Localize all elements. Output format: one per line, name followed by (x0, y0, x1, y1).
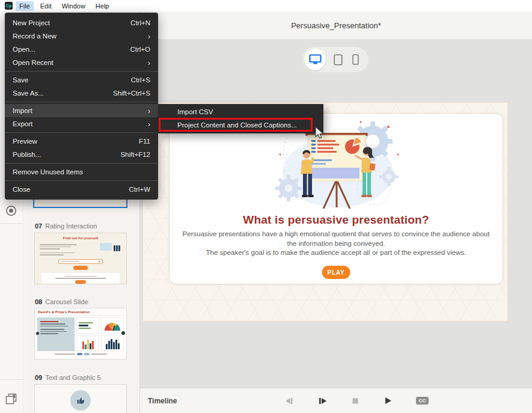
closed-captions-icon[interactable]: CC (416, 397, 429, 405)
slide-thumbnail-08[interactable]: David's & Priya's Presentation (34, 308, 127, 359)
slide-08-name: Carousel Slide (45, 298, 88, 305)
menu-separator (5, 180, 157, 181)
app-logo-icon: Cp (5, 2, 13, 10)
thumb-08-mini-title: David's & Priya's Presentation (35, 308, 126, 316)
desktop-monitor-icon (309, 54, 322, 65)
submenu-item-import-csv[interactable]: Import CSV (158, 105, 323, 118)
slide-09-label: 09Text and Graphic 5 (35, 374, 101, 381)
mini-chart-gauge (101, 317, 124, 334)
device-phone-button[interactable] (352, 54, 359, 65)
app-window: Cp File Edit Window Help 07Rating Intera… (0, 0, 532, 413)
slide-08-label: 08Carousel Slide (35, 298, 88, 305)
menu-separator (5, 71, 157, 72)
stop-icon[interactable] (351, 397, 359, 405)
menu-help[interactable]: Help (92, 1, 113, 11)
submenu-arrow-icon: › (148, 107, 150, 115)
thumb-07-mini-feedback-box (41, 272, 120, 285)
annotation-highlight-rectangle (159, 118, 313, 132)
slide-thumbnail-09[interactable]: Interesting Choice (34, 384, 127, 413)
menu-item-save-as[interactable]: Save As... Shift+Ctrl+S (5, 87, 158, 100)
rail-divider (0, 223, 23, 224)
document-titlebar: Persuasive_Presentation* (140, 11, 532, 39)
menu-separator (5, 102, 157, 102)
menu-item-save[interactable]: Save Ctrl+S (5, 73, 158, 87)
slide-09-number: 09 (35, 374, 42, 381)
thumb-08-carousel-arrow (121, 331, 125, 335)
project-title: Persuasive_Presentation* (291, 21, 381, 30)
menu-item-open-recent[interactable]: Open Recent › (5, 56, 158, 69)
menu-item-close[interactable]: Close Ctrl+W (5, 183, 158, 196)
mini-chart-color-bars (76, 335, 99, 352)
menu-item-open[interactable]: Open... Ctrl+O (5, 43, 158, 56)
menu-item-preview[interactable]: Preview F11 (5, 135, 158, 148)
slide-thumbnail-07[interactable]: Find out for yourself ▾ (34, 233, 127, 284)
menu-separator (5, 163, 157, 164)
submenu-arrow-icon: › (148, 32, 150, 40)
play-icon[interactable] (384, 396, 393, 405)
slide-title: What is persuasive presentation? (170, 213, 503, 227)
thumb-07-mini-dropdown: ▾ (58, 259, 103, 264)
menu-window[interactable]: Window (58, 1, 89, 11)
submenu-arrow-icon: › (148, 120, 150, 128)
slide-09-name: Text and Graphic 5 (45, 374, 100, 381)
menu-separator (5, 132, 157, 133)
thumb-08-mini-footer (35, 352, 126, 355)
menu-item-publish[interactable]: Publish... Shift+F12 (5, 148, 158, 161)
thumb-07-mini-title: Find out for yourself (40, 236, 121, 240)
thumb-07-mini-illustration (100, 242, 121, 252)
slide-07-label: 07Rating Interaction (35, 222, 97, 230)
thumb-08-mini-body (35, 316, 126, 352)
mini-chart-horizontal-bars (76, 317, 99, 334)
step-forward-icon[interactable] (318, 397, 328, 405)
device-tablet-button[interactable] (334, 54, 343, 66)
play-button[interactable]: PLAY (322, 266, 350, 279)
thumb-07-text-block (40, 242, 121, 257)
thumb-07-mini-button (73, 266, 88, 270)
thumbs-up-icon (70, 390, 91, 411)
slide-canvas[interactable]: What is persuasive presentation? Persuas… (169, 113, 503, 284)
slide-08-number: 08 (35, 298, 42, 305)
menu-item-record-a-new[interactable]: Record a New › (5, 29, 158, 43)
timeline-label: Timeline (148, 397, 177, 405)
rail-divider-bottom (0, 379, 23, 380)
tablet-icon (334, 54, 343, 66)
slide-body-text: Persuasive presentations have a high emo… (179, 230, 493, 258)
menu-file[interactable]: File (16, 1, 34, 11)
record-state-icon[interactable] (5, 204, 17, 217)
mini-chart-navy-bars (101, 335, 124, 352)
mouse-cursor (313, 126, 324, 141)
timeline-bar: Timeline CC (140, 388, 532, 413)
file-menu: New Project Ctrl+N Record a New › Open..… (5, 13, 158, 200)
skip-back-icon[interactable] (284, 397, 294, 405)
thumb-08-mini-charts (76, 317, 124, 351)
submenu-arrow-icon: › (148, 59, 150, 67)
menu-item-new-project[interactable]: New Project Ctrl+N (5, 16, 158, 29)
device-preview-toggle (302, 47, 368, 72)
menu-item-remove-unused-items[interactable]: Remove Unused Items (5, 165, 158, 179)
device-desktop-button[interactable] (304, 49, 326, 70)
slide-body-line-2: The speaker's goal is to make the audien… (179, 248, 493, 258)
filmstrip-panel-icon[interactable] (5, 393, 18, 406)
slide-stage: What is persuasive presentation? Persuas… (142, 102, 508, 322)
slide-body-line-1: Persuasive presentations have a high emo… (179, 230, 493, 248)
menubar: Cp File Edit Window Help (0, 0, 532, 11)
menu-edit[interactable]: Edit (37, 1, 55, 11)
phone-icon (352, 54, 359, 65)
slide-07-name: Rating Interaction (45, 222, 97, 230)
slide-07-number: 07 (35, 222, 42, 230)
menu-item-export[interactable]: Export › (5, 117, 158, 130)
workspace: What is persuasive presentation? Persuas… (140, 39, 532, 388)
thumb-08-mini-text-panel (37, 317, 75, 351)
menu-item-import[interactable]: Import › (5, 104, 158, 117)
playback-controls: CC (284, 388, 429, 413)
